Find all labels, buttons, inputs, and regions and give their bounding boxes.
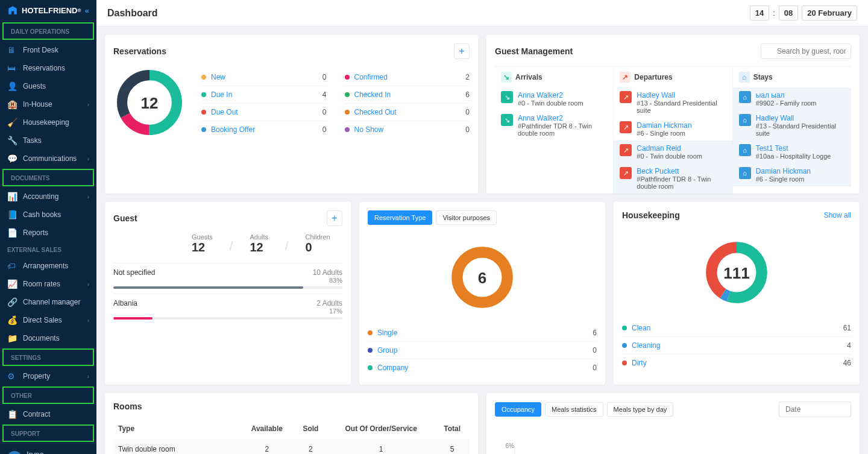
occupancy-tab[interactable]: Meals type by day xyxy=(607,402,674,417)
nav-item-in-house[interactable]: 🏨In-House› xyxy=(0,95,96,113)
gm-item[interactable]: ⌂ыал ыал#9902 - Family room xyxy=(733,87,851,110)
rooms-col: Type xyxy=(113,418,240,439)
legend-value: 0 xyxy=(465,125,470,134)
reservation-type-tab[interactable]: Visitor purposes xyxy=(436,210,497,225)
nav-label: Front Desk xyxy=(23,46,58,54)
rooms-card: Rooms TypeAvailableSoldOut Of Order/Serv… xyxy=(105,393,478,454)
housekeeping-show-all-link[interactable]: Show all xyxy=(824,211,851,219)
gm-head-icon: ↘ xyxy=(501,72,512,83)
nav-item-property[interactable]: ⚙Property› xyxy=(0,367,96,385)
legend-row[interactable]: New0 xyxy=(201,69,327,86)
nav-item-guests[interactable]: 👤Guests xyxy=(0,77,96,95)
guest-stat: Adults12 xyxy=(250,233,268,254)
legend-row[interactable]: Company0 xyxy=(368,359,597,376)
gm-col-arrivals: ↘Arrivals↘Anna Walker2#0 - Twin double r… xyxy=(495,67,614,194)
guest-stat-label: Guests xyxy=(192,233,213,241)
nav-item-channel-manager[interactable]: 🔗Channel manager xyxy=(0,293,96,311)
legend-dot xyxy=(201,127,206,132)
guest-bar-row: Albania2 Adults17% xyxy=(113,294,342,324)
legend-row[interactable]: Clean61 xyxy=(622,320,851,337)
rooms-title: Rooms xyxy=(113,402,142,411)
legend-row[interactable]: Due Out0 xyxy=(201,104,327,121)
sidebar-collapse-icon[interactable]: « xyxy=(85,6,89,15)
rooms-cell: 5 xyxy=(435,439,470,454)
legend-row[interactable]: Dirty46 xyxy=(622,355,851,371)
nav-item-contract[interactable]: 📋Contract xyxy=(0,405,96,423)
gm-guest-name: Cadman Reid xyxy=(637,144,702,153)
nav-icon: 📁 xyxy=(7,333,17,343)
rooms-cell: Twin double room xyxy=(113,439,240,454)
nav-item-accounting[interactable]: 📊Accounting› xyxy=(0,188,96,206)
housekeeping-card: Housekeeping Show all 111 Clean61Cleanin… xyxy=(614,202,860,385)
nav-item-communications[interactable]: 💬Communications› xyxy=(0,150,96,168)
rooms-col: Total xyxy=(435,418,470,439)
gm-item[interactable]: ↗Beck Puckett#Pathfinder TDR 8 - Twin do… xyxy=(614,163,732,194)
occupancy-date-input[interactable] xyxy=(779,402,851,417)
nav-item-arrangements[interactable]: 🏷Arrangements xyxy=(0,257,96,275)
add-reservation-button[interactable]: + xyxy=(454,43,470,59)
occupancy-tab[interactable]: Occupancy xyxy=(495,402,541,417)
reservation-type-tab[interactable]: Reservation Type xyxy=(368,210,432,225)
legend-row[interactable]: No Show0 xyxy=(345,121,470,138)
guest-bar-right: 10 Adults xyxy=(313,268,342,277)
legend-dot xyxy=(345,110,350,115)
gm-item[interactable]: ↗Damian Hickman#6 - Single room xyxy=(614,118,732,140)
legend-row[interactable]: Checked Out0 xyxy=(345,104,470,121)
nav-label: Room rates xyxy=(23,280,60,288)
legend-value: 0 xyxy=(593,346,597,355)
gm-head-icon: ⌂ xyxy=(739,72,750,83)
legend-row[interactable]: Cleaning4 xyxy=(622,337,851,355)
gm-item[interactable]: ⌂Test1 Test#10aa - Hospitality Logge xyxy=(733,140,851,163)
user-block[interactable]: 👤 Iryna @Admin xyxy=(0,443,96,454)
legend-dot xyxy=(345,75,350,80)
occupancy-tab[interactable]: Meals statistics xyxy=(545,402,603,417)
rooms-col: Sold xyxy=(294,418,327,439)
sidebar: HOTELFRIEND® « DAILY OPERATIONS🖥Front De… xyxy=(0,0,96,454)
nav-section-settings: SETTINGS xyxy=(2,348,94,366)
legend-dot xyxy=(201,75,206,80)
gm-col-stays: ⌂Stays⌂ыал ыал#9902 - Family room⌂Hadley… xyxy=(733,67,851,194)
legend-row[interactable]: Group0 xyxy=(368,342,597,359)
guest-bar-pct: 17% xyxy=(113,307,342,315)
legend-label: Due Out xyxy=(211,108,238,116)
gm-guest-name: Damian Hickman xyxy=(637,121,691,130)
nav-item-tasks[interactable]: 🔧Tasks xyxy=(0,131,96,150)
y-tick: 6% xyxy=(495,443,514,449)
legend-row[interactable]: Checked In6 xyxy=(345,86,470,104)
legend-dot xyxy=(368,348,373,353)
table-row[interactable]: Twin double room2215 xyxy=(113,439,470,454)
gm-item[interactable]: ↘Anna Walker2#Pathfinder TDR 8 - Twin do… xyxy=(495,110,613,140)
legend-row[interactable]: Booking Offer0 xyxy=(201,121,327,138)
brand-logo[interactable]: HOTELFRIEND® « xyxy=(0,0,96,21)
nav-icon: 🔧 xyxy=(7,136,17,145)
clock-minute: 08 xyxy=(779,5,798,20)
nav-item-documents[interactable]: 📁Documents xyxy=(0,329,96,347)
gm-item[interactable]: ⌂Damian Hickman#6 - Single room xyxy=(733,163,851,186)
nav-item-front-desk[interactable]: 🖥Front Desk xyxy=(0,41,96,59)
legend-row[interactable]: Due In4 xyxy=(201,86,327,104)
gm-item[interactable]: ↗Cadman Reid#0 - Twin double room xyxy=(614,140,732,163)
legend-dot xyxy=(345,127,350,132)
nav-item-cash-books[interactable]: 📘Cash books xyxy=(0,206,96,224)
reservation-type-card: Reservation TypeVisitor purposes 6 Singl… xyxy=(359,202,605,385)
legend-row[interactable]: Confirmed2 xyxy=(345,69,470,86)
nav-item-direct-sales[interactable]: 💰Direct Sales› xyxy=(0,311,96,329)
gm-item-icon: ⌂ xyxy=(739,91,751,103)
nav-item-room-rates[interactable]: 📈Room rates› xyxy=(0,275,96,293)
chevron-right-icon: › xyxy=(87,101,89,108)
legend-row[interactable]: Single6 xyxy=(368,324,597,342)
chevron-right-icon: › xyxy=(87,194,89,200)
nav-item-housekeeping[interactable]: 🧹Housekeeping xyxy=(0,113,96,131)
nav-item-reservations[interactable]: 🛏Reservations xyxy=(0,59,96,77)
nav-item-reports[interactable]: 📄Reports xyxy=(0,224,96,242)
guest-search-input[interactable] xyxy=(761,43,851,59)
nav-label: Direct Sales xyxy=(23,316,62,324)
gm-item[interactable]: ↘Anna Walker2#0 - Twin double room xyxy=(495,87,613,110)
nav-label: Reports xyxy=(23,229,48,237)
clock-date[interactable]: 20 February xyxy=(802,5,857,20)
guest-card: Guest + Guests12/Adults12/Children0 Not … xyxy=(105,202,351,385)
gm-item[interactable]: ⌂Hadley Wall#13 - Standard Presidential … xyxy=(733,110,851,140)
gm-item[interactable]: ↗Hadley Wall#13 - Standard Presidential … xyxy=(614,87,732,118)
legend-dot xyxy=(201,92,206,97)
add-guest-button[interactable]: + xyxy=(327,210,342,226)
